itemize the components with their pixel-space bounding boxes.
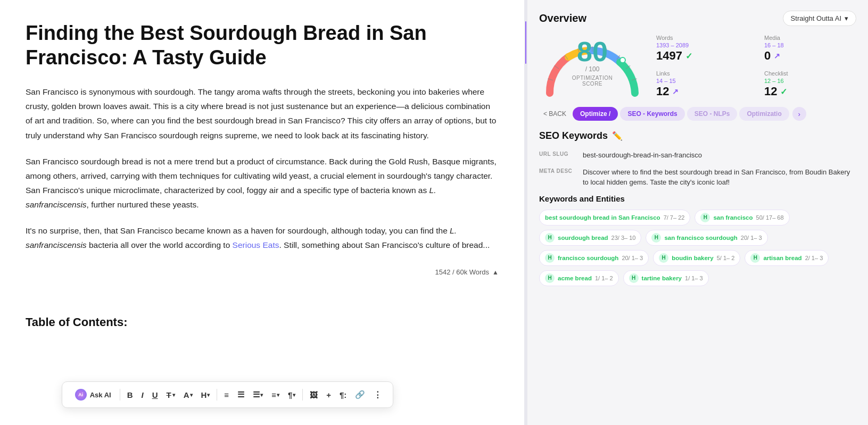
keyword-tag-4: H francisco sourdough 20/ 1– 3 xyxy=(539,250,649,266)
url-slug-value: best-sourdough-bread-in-san-francisco xyxy=(583,150,702,161)
panel-divider xyxy=(524,0,527,425)
h-badge-sf-sourdough: H xyxy=(651,233,661,243)
stat-links-range: 14 – 15 xyxy=(656,78,748,84)
paragraph-button[interactable]: ¶▾ xyxy=(284,388,299,402)
toolbar-inner: Ai Ask AI B I U T▾ A▾ H▾ ≡ ☰ ☰▾ ≡▾ ¶▾ 🖼 … xyxy=(62,381,394,408)
tab-optimize[interactable]: Optimize / xyxy=(573,107,618,121)
bullet-list-button[interactable]: ≡▾ xyxy=(268,388,283,402)
stat-media-value: 0 ↗ xyxy=(764,49,856,63)
word-count-bar: 1542 / 60k Words ▲ xyxy=(26,264,499,278)
url-slug-row: URL SLUG best-sourdough-bread-in-san-fra… xyxy=(539,150,856,161)
toolbar-divider-3 xyxy=(302,389,303,401)
media-arrow-icon: ↗ xyxy=(774,52,780,60)
list-button[interactable]: ☰▾ xyxy=(249,387,267,402)
keyword-tag-6: H artisan bread 2/ 1– 3 xyxy=(745,250,829,266)
editor-toolbar: Ai Ask AI B I U T▾ A▾ H▾ ≡ ☰ ☰▾ ≡▾ ¶▾ 🖼 … xyxy=(0,381,455,408)
image-button[interactable]: 🖼 xyxy=(306,388,321,402)
stat-checklist-label: Checklist xyxy=(764,70,856,77)
words-check-icon: ✓ xyxy=(685,51,692,61)
stat-links: Links 14 – 15 12 ↗ xyxy=(656,70,748,98)
links-arrow-icon: ↗ xyxy=(672,87,679,96)
h-badge-artisan: H xyxy=(750,253,760,263)
tab-seo-nlps[interactable]: SEO - NLPs xyxy=(687,107,738,121)
toc-heading: Table of Contents: xyxy=(26,315,499,329)
keyword-tag-7: H acme bread 1/ 1– 2 xyxy=(539,270,619,286)
insert-button[interactable]: + xyxy=(323,388,335,402)
keyword-tag-2: H sourdough bread 23/ 3– 10 xyxy=(539,230,641,246)
toolbar-divider-1 xyxy=(120,389,120,401)
h-badge-boudin: H xyxy=(659,253,668,263)
paragraph-mark-button[interactable]: ¶: xyxy=(336,388,350,402)
gauge-score: 80 / 100 OPTIMIZATION SCORE xyxy=(566,38,619,87)
stat-words-label: Words xyxy=(656,35,748,41)
gauge-score-denom: / 100 xyxy=(566,65,619,73)
h-badge-sourdough-bread: H xyxy=(545,233,555,243)
gauge-section: 80 / 100 OPTIMIZATION SCORE Words 1393 –… xyxy=(539,35,856,98)
right-panel: Overview Straight Outta AI ▾ xyxy=(527,0,868,425)
font-size-button[interactable]: A▾ xyxy=(180,388,196,402)
gauge-container: 80 / 100 OPTIMIZATION SCORE xyxy=(539,35,646,98)
article-paragraph-1: San Francisco is synonymous with sourdou… xyxy=(26,85,499,143)
svg-point-9 xyxy=(620,57,625,63)
meta-desc-label: META DESC xyxy=(539,167,575,174)
edit-icon[interactable]: ✏️ xyxy=(612,131,623,141)
meta-desc-value: Discover where to find the best sourdoug… xyxy=(583,167,856,188)
keyword-tag-8: H tartine bakery 1/ 1– 3 xyxy=(623,270,709,286)
stat-checklist: Checklist 12 – 16 12 ✓ xyxy=(764,70,856,98)
underline-button[interactable]: U xyxy=(148,388,162,402)
align-left-button[interactable]: ≡ xyxy=(220,388,233,402)
article-body: San Francisco is synonymous with sourdou… xyxy=(26,85,499,252)
heading-button[interactable]: H▾ xyxy=(197,388,214,402)
stat-media: Media 16 – 18 0 ↗ xyxy=(764,35,856,63)
chevron-up-icon[interactable]: ▲ xyxy=(492,269,499,276)
keyword-tag-3: H san francisco sourdough 20/ 1– 3 xyxy=(646,230,767,246)
strikethrough-button[interactable]: T▾ xyxy=(163,388,179,402)
overview-title: Overview xyxy=(539,12,586,24)
tab-optimization[interactable]: Optimizatio xyxy=(739,107,789,121)
bold-button[interactable]: B xyxy=(123,388,137,402)
meta-desc-row: META DESC Discover where to find the bes… xyxy=(539,167,856,188)
gauge-stats: Words 1393 – 2089 1497 ✓ Media 16 – 18 0… xyxy=(656,35,856,98)
tabs-row: < BACK Optimize / SEO - Keywords SEO - N… xyxy=(539,107,856,121)
article-panel: Finding the Best Sourdough Bread in San … xyxy=(0,0,524,425)
stat-links-label: Links xyxy=(656,70,748,77)
stat-words-range: 1393 – 2089 xyxy=(656,42,748,48)
gauge-score-value: 80 xyxy=(566,38,619,65)
toolbar-divider-2 xyxy=(217,389,217,401)
more-button[interactable]: ⋮ xyxy=(370,387,385,402)
article-paragraph-3: It's no surprise, then, that San Francis… xyxy=(26,223,499,252)
tabs-chevron-right[interactable]: › xyxy=(792,107,806,121)
ask-ai-label: Ask AI xyxy=(90,391,111,399)
keywords-entities-title: Keywords and Entities xyxy=(539,194,856,203)
italic-button[interactable]: I xyxy=(137,388,147,402)
chevron-down-icon: ▾ xyxy=(845,14,848,22)
ask-ai-button[interactable]: Ai Ask AI xyxy=(70,386,117,403)
checklist-check-icon: ✓ xyxy=(780,87,787,97)
tab-back-label: < BACK xyxy=(543,110,566,118)
word-count-display: 1542 / 60k Words xyxy=(435,268,489,276)
keyword-tag-5: H boudin bakery 5/ 1– 2 xyxy=(653,250,740,266)
dropdown-label: Straight Outta AI xyxy=(791,14,841,22)
url-slug-label: URL SLUG xyxy=(539,150,575,157)
stat-media-range: 16 – 18 xyxy=(764,42,856,48)
stat-checklist-range: 12 – 16 xyxy=(764,78,856,84)
straight-outta-ai-dropdown[interactable]: Straight Outta AI ▾ xyxy=(783,11,856,26)
keyword-tags: best sourdough bread in San Francisco 7/… xyxy=(539,210,856,286)
keyword-tag-1: H san francisco 50/ 17– 68 xyxy=(695,210,789,226)
stat-words-value: 1497 ✓ xyxy=(656,49,748,63)
h-badge-tartine: H xyxy=(629,273,639,283)
h-badge-san-francisco: H xyxy=(700,213,710,222)
stat-words: Words 1393 – 2089 1497 ✓ xyxy=(656,35,748,63)
align-center-button[interactable]: ☰ xyxy=(234,387,248,402)
gauge-score-label: OPTIMIZATION SCORE xyxy=(566,75,619,87)
article-paragraph-2: San Francisco sourdough bread is not a m… xyxy=(26,154,499,212)
ai-icon: Ai xyxy=(75,389,87,401)
article-title: Finding the Best Sourdough Bread in San … xyxy=(26,21,499,70)
tab-back-button[interactable]: < BACK xyxy=(539,107,571,120)
seo-keywords-section: SEO Keywords ✏️ URL SLUG best-sourdough-… xyxy=(539,130,856,286)
h-badge-acme: H xyxy=(545,273,555,283)
link-button[interactable]: 🔗 xyxy=(351,387,369,402)
seo-keywords-title: SEO Keywords ✏️ xyxy=(539,130,856,141)
stat-links-value: 12 ↗ xyxy=(656,85,748,98)
tab-seo-keywords[interactable]: SEO - Keywords xyxy=(620,107,684,121)
